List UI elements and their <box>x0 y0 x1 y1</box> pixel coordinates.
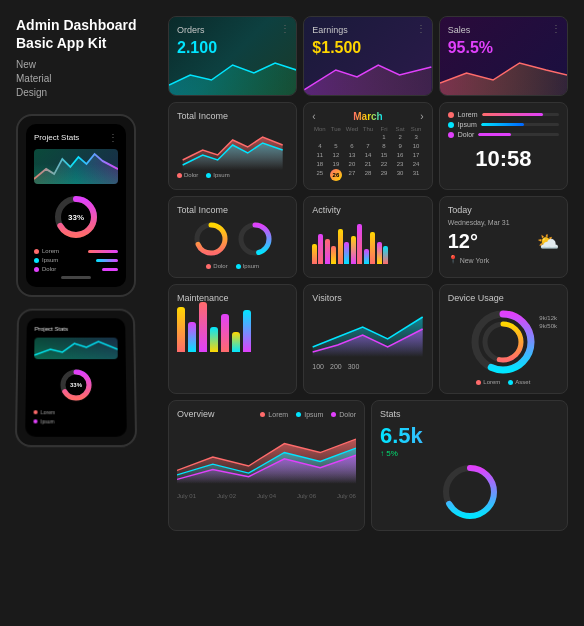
grid-panel: Orders 2.100 ⋮ <box>168 16 568 537</box>
overview-chart <box>177 427 356 491</box>
home-indicator <box>61 276 91 279</box>
today-card-title: Today <box>448 205 559 215</box>
row-1: Orders 2.100 ⋮ <box>168 16 568 96</box>
phone-title: Project Stats <box>34 133 79 142</box>
stats-value: 6.5k <box>380 423 559 449</box>
phone-donut: 33% <box>34 192 118 242</box>
clock-display: 10:58 <box>448 146 559 172</box>
sales-value: 95.5% <box>448 39 559 57</box>
calendar-grid: Mon Tue Wed Thu Fri Sat Sun 123 4567 891… <box>312 126 423 181</box>
phone2-chart <box>34 338 118 360</box>
earnings-card: Earnings $1.500 ⋮ <box>303 16 432 96</box>
cal-prev[interactable]: ‹ <box>312 111 315 122</box>
orders-title: Orders <box>177 25 288 35</box>
svg-marker-7 <box>440 63 567 95</box>
today-card: Today Wednesday, Mar 31 12° ⛅ 📍 New York <box>439 196 568 278</box>
visitors-card: Visitors <box>303 284 432 394</box>
main-layout: Admin Dashboard Basic App Kit New Materi… <box>16 16 568 537</box>
orders-card: Orders 2.100 ⋮ <box>168 16 297 96</box>
visitors-chart <box>312 307 423 361</box>
sales-title: Sales <box>448 25 559 35</box>
today-location: New York <box>460 257 490 264</box>
today-date: Wednesday, Mar 31 <box>448 219 559 226</box>
earnings-value: $1.500 <box>312 39 423 57</box>
device-usage-card: Device Usage <box>439 284 568 394</box>
overview-legend: Lorem Ipsum Dolor <box>260 411 356 418</box>
maintenance-chart <box>177 307 288 352</box>
total-income-2-title: Total Income <box>177 205 288 215</box>
donut-percent: 33% <box>68 213 84 222</box>
stats-card: Stats 6.5k ↑ 5% <box>371 400 568 531</box>
row-4: Maintenance Visitors <box>168 284 568 394</box>
activity-title: Activity <box>312 205 423 215</box>
phone-mockup-1: Project Stats ⋮ <box>16 114 136 297</box>
sales-card: Sales 95.5% ⋮ <box>439 16 568 96</box>
total-income-1-title: Total Income <box>177 111 288 121</box>
row-5: Overview Lorem Ipsum Dolor <box>168 400 568 531</box>
weather-icon: ⛅ <box>537 231 559 253</box>
march-calendar-card: ‹ March › Mon Tue Wed Thu Fri Sat Sun 12… <box>303 102 432 190</box>
row-2: Total Income <box>168 102 568 190</box>
overview-title: Overview <box>177 409 215 419</box>
phone-mockup-2: Project Stats <box>15 309 137 448</box>
total-income-1-card: Total Income <box>168 102 297 190</box>
svg-marker-5 <box>169 63 296 95</box>
legend-clock-card: Lorem Ipsum Dolor <box>439 102 568 190</box>
activity-card: Activity <box>303 196 432 278</box>
today-marker: 26 <box>330 169 342 181</box>
activity-chart <box>312 219 423 264</box>
stats-change: ↑ 5% <box>380 449 559 458</box>
maintenance-title: Maintenance <box>177 293 288 303</box>
app-title: Admin Dashboard Basic App Kit <box>16 16 156 52</box>
phone-menu-dots[interactable]: ⋮ <box>108 132 118 143</box>
orders-value: 2.100 <box>177 39 288 57</box>
today-temp: 12° <box>448 230 478 253</box>
maintenance-card: Maintenance <box>168 284 297 394</box>
phone-legend: Lorem Ipsum Dolor <box>34 248 118 272</box>
earnings-title: Earnings <box>312 25 423 35</box>
row-3: Total Income <box>168 196 568 278</box>
app-subtitle: New Material Design <box>16 58 156 100</box>
svg-marker-6 <box>304 65 431 95</box>
svg-marker-0 <box>34 154 118 184</box>
total-income-2-card: Total Income <box>168 196 297 278</box>
cal-next[interactable]: › <box>420 111 423 122</box>
phone-chart <box>34 149 118 184</box>
stats-title: Stats <box>380 409 559 419</box>
visitors-title: Visitors <box>312 293 423 303</box>
cal-month: March <box>353 111 382 122</box>
device-usage-title: Device Usage <box>448 293 559 303</box>
left-panel: Admin Dashboard Basic App Kit New Materi… <box>16 16 156 537</box>
overview-card: Overview Lorem Ipsum Dolor <box>168 400 365 531</box>
